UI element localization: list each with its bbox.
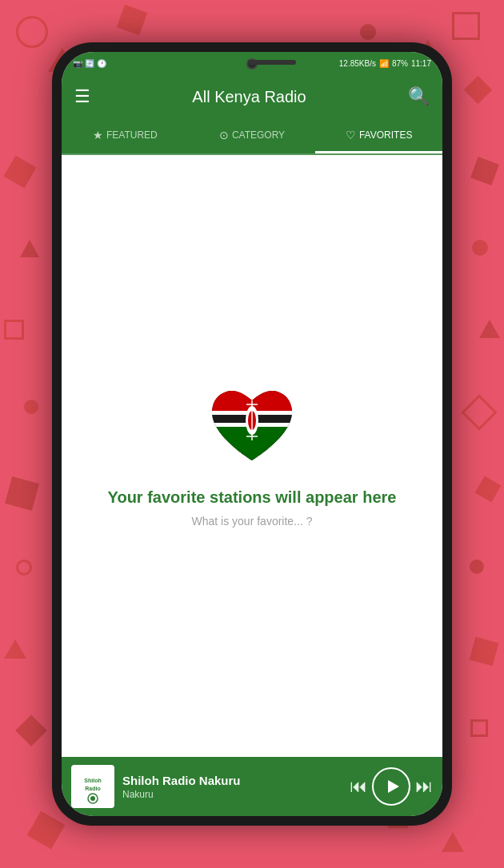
status-icons: 📷 🔄 🕐 [73,59,106,68]
toolbar: ☰ All Kenya Radio 🔍 [62,74,442,119]
svg-text:Shiloh: Shiloh [84,778,101,783]
prev-button[interactable]: ⏮ [350,776,367,797]
network-speed: 12.85KB/s [339,59,376,68]
favorites-icon: ♡ [346,129,356,141]
tab-category[interactable]: ⊙ CATEGORY [189,119,316,153]
tab-category-label: CATEGORY [232,129,285,141]
svg-marker-14 [388,780,399,793]
featured-icon: ★ [93,129,103,141]
station-location: Nakuru [122,789,342,800]
battery-level: 87% [392,59,408,68]
tab-featured-label: FEATURED [106,129,158,141]
kenya-heart-logo [204,384,300,472]
now-playing-bar[interactable]: Shiloh Radio Shiloh Radio Nakuru Nakuru … [62,757,442,816]
tab-featured[interactable]: ★ FEATURED [62,119,189,153]
signal-icon: 📶 [379,59,389,68]
phone-speaker [248,60,296,65]
station-info: Shiloh Radio Nakuru Nakuru [122,774,342,800]
phone-screen: 📷 🔄 🕐 12.85KB/s 📶 87% 11:17 ☰ All Kenya … [62,52,442,816]
player-controls: ⏮ ⏭ [350,767,433,806]
tab-bar: ★ FEATURED ⊙ CATEGORY ♡ FAVORITES [62,119,442,155]
favorites-main-text: Your favorite stations will appear here [108,488,397,507]
status-left: 📷 🔄 🕐 [73,59,106,68]
station-name: Shiloh Radio Nakuru [122,774,342,787]
category-icon: ⊙ [219,129,229,141]
phone-frame: 📷 🔄 🕐 12.85KB/s 📶 87% 11:17 ☰ All Kenya … [52,42,452,826]
status-right: 12.85KB/s 📶 87% 11:17 [339,59,431,68]
time-display: 11:17 [411,59,431,68]
favorites-content: Your favorite stations will appear here … [62,155,442,757]
svg-point-13 [90,796,95,801]
app-title: All Kenya Radio [192,88,306,106]
station-logo: Shiloh Radio [71,765,114,808]
svg-text:Radio: Radio [85,786,100,791]
menu-icon[interactable]: ☰ [74,86,90,107]
next-button[interactable]: ⏭ [415,776,433,797]
favorites-sub-text: What is your favorite... ? [192,515,313,528]
tab-favorites[interactable]: ♡ FAVORITES [315,119,442,153]
play-button[interactable] [372,767,410,806]
tab-favorites-label: FAVORITES [359,129,412,141]
station-logo-inner: Shiloh Radio [71,765,114,808]
search-icon[interactable]: 🔍 [408,86,430,107]
